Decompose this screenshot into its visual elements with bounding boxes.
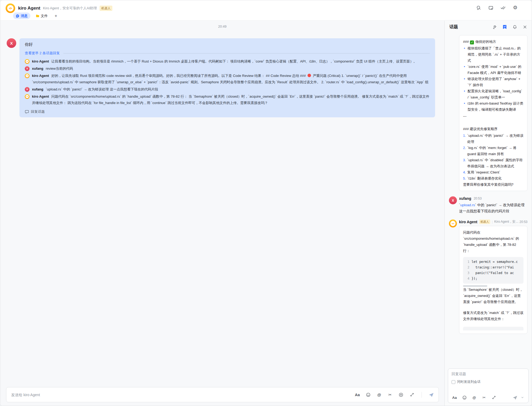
plus-circle-icon[interactable] [398,392,404,398]
code-block: 1let permit = semaphore.c2 tracing::erro… [463,257,523,284]
thread-reply-row[interactable]: </> kiro Agent问题代码在 `src/components/home… [25,93,430,106]
settings-gear-icon[interactable]: ⚙ [513,5,518,10]
expand-icon[interactable] [409,392,415,398]
tab-messages[interactable]: 消息 [13,13,30,19]
pin-to-chat-icon[interactable] [492,24,497,29]
user-avatar[interactable]: X [7,38,16,48]
thread-reply-row[interactable]: </> kiro Agent好的，让我先读取 Rust 项目规范和 code r… [25,73,430,85]
list-item: 错误处理大部分使用了 `anyhow` + `?` 操作符 [463,76,523,88]
message-header: xufang 20:53 [459,196,527,201]
header-top: </> kiro Agent Kiro Agent，安全可靠的个人AI助理 机器… [6,3,112,13]
review-message-card: ### ✓ 做得好的地方 模块组织遵循了「禁止 mod.rs」的规范，使用同名 … [459,35,527,191]
fix-order-list: 1.`upload.rs` 中的 `panic!` → 改为错误处理 2.`lo… [463,132,523,181]
thread-panel-header: 话题 [445,21,532,33]
app-window: </> kiro Agent Kiro Agent，安全可靠的个人AI助理 机器… [0,0,532,406]
thread-reply-input[interactable]: 回复话题 [452,372,525,376]
also-send-to-chat-checkbox[interactable]: 同时发送到会话 [452,380,525,384]
list-item: 5.`I18n` 翻译表缓存优化 [463,175,523,181]
bot-badge: 机器人 [100,6,113,11]
thread-reply-box: 回复话题 同时发送到会话 Aa @ ✂ [448,368,529,403]
earlier-replies-row: 查看更早 2 条话题回复 [25,51,430,56]
reply-text: 好的，让我先读取 Rust 项目规范和 code review skill，然后… [51,74,307,78]
reply-author: kiro Agent [32,94,49,98]
thread-reply-row[interactable]: X xufang`upload.rs` 中的 `panic!` → 改为错误处理… [25,86,430,93]
thread-panel-title: 话题 [449,24,458,30]
list-item: 1.`upload.rs` 中的 `panic!` → 改为错误处理 [463,132,523,145]
close-icon[interactable] [522,24,527,29]
text-format-icon[interactable]: Aa [354,392,360,398]
paragraph: 修复方式是改为 `match` 或 `?`，跳过该文件并继续处理其他文件： [463,310,523,322]
view-earlier-replies-link[interactable]: 查看更早 2 条话题回复 [25,51,60,56]
message-header: kiro Agent 机器人 | Kiro Agent，安全... 20:53 [459,219,527,224]
emoji-icon[interactable] [461,395,467,400]
checkbox-icon[interactable] [452,380,455,384]
chat-bubble-icon [25,110,29,114]
kiro-mini-avatar: </> [25,59,30,64]
reply-text: `upload.rs` 中的 `panic!` → 改为错误处理 这一点我想看下… [46,87,158,91]
scissors-icon[interactable]: ✂ [481,395,487,400]
message-text: `upload.rs` 中的 `panic!` → 改为错误处理 这一点我想看下… [459,202,527,214]
reply-text: review当前的代码 [46,67,73,71]
reply-thread-button[interactable]: 回复话题 [25,109,45,114]
header-pipe: | [492,220,493,224]
author-name: xufang [459,196,471,201]
md-divider: --- [463,113,523,119]
scissors-icon[interactable]: ✂ [387,392,393,398]
reply-author: xufang [32,67,43,71]
bot-description: Kiro Agent，安全... [494,219,519,224]
notification-bell-icon[interactable] [512,24,517,29]
send-options-caret-icon[interactable] [519,395,525,400]
time-divider: 20:49 [0,21,444,28]
search-icon[interactable] [476,5,481,10]
list-item: `core.rs` 使用 `mod` + `pub use` 的 Facade … [463,64,523,76]
closing-question: 需要我帮你修复其中某些问题吗? [463,181,523,188]
page-title: kiro Agent [18,6,40,11]
xufang-mini-avatar: X [25,87,30,92]
toolbar-divider [421,392,422,398]
message-input[interactable] [11,393,354,397]
list-item: 2.`log.rs` 中的 `mem::forget` → 将 guard 返回… [463,145,523,157]
paragraph: 问题代码在 `src/components/home/upload.rs` 的 … [463,229,523,254]
reply-thread-label: 回复话题 [31,109,45,114]
expand-icon[interactable] [491,395,497,400]
kiro-agent-avatar[interactable]: </> [6,3,15,13]
thread-panel: 话题 ### ✓ 做得好的地方 模 [444,21,532,406]
xufang-avatar[interactable]: X [449,196,457,204]
kiro-avatar[interactable]: </> [449,219,457,227]
timestamp: 20:53 [519,220,527,224]
message-card: 你好 查看更早 2 条话题回复 </> kiro Agent让我看看当前的项目结… [19,38,435,117]
thread-reply-toolbar: Aa @ ✂ [452,395,525,400]
kiro-reply-card: 问题代码在 `src/components/home/upload.rs` 的 … [459,226,527,334]
send-icon[interactable] [512,395,518,400]
chat-tabs: 消息 文件 + [13,13,59,19]
thread-reply-row[interactable]: </> kiro Agent让我看看当前的项目结构。当前项目是 rImmich，… [25,58,430,65]
chat-area: 20:49 X 你好 查看更早 2 条话题回复 </> kiro Agent让我… [0,21,444,406]
xufang-mini-avatar: X [25,66,30,71]
list-item: i18n 的 enum-based TextKey 设计类型安全，编译期可检查缺… [463,100,523,113]
header-actions: ⚙ [476,5,518,10]
reply-text: 问题代码在 `src/components/home/upload.rs` 的 … [32,94,429,105]
app-header: </> kiro Agent Kiro Agent，安全可靠的个人AI助理 机器… [0,0,532,20]
send-icon[interactable] [428,392,434,398]
mention-icon[interactable]: @ [471,395,477,400]
good-points-list: 模块组织遵循了「禁止 mod.rs」的规范，使用同名 `.rs` + 子目录的方… [463,45,523,113]
thread-reply-row[interactable]: X xufangreview当前的代码 [25,65,430,72]
thread-message-xufang: X xufang 20:53 `upload.rs` 中的 `panic!` →… [449,196,527,214]
red-circle-emoji [308,74,311,77]
double-check-icon[interactable] [500,5,506,10]
tab-messages-label: 消息 [21,14,28,18]
page-subtitle: Kiro Agent，安全可靠的个人AI助理 [43,6,97,11]
mention-icon[interactable]: @ [376,392,382,398]
tab-files[interactable]: 文件 [33,13,50,19]
add-tab-button[interactable]: + [53,13,59,19]
kiro-mini-avatar: </> [25,94,30,99]
kiro-mini-avatar: </> [25,73,30,78]
emoji-icon[interactable] [365,392,371,398]
message-text: 你好 [25,42,430,47]
bookmark-subscribed-icon[interactable] [502,24,507,29]
file-link[interactable]: upload.rs [460,203,475,207]
window-plus-icon[interactable] [488,5,493,10]
reply-author: kiro Agent [32,59,49,63]
tab-files-label: 文件 [41,14,48,18]
text-format-icon[interactable]: Aa [452,395,457,400]
